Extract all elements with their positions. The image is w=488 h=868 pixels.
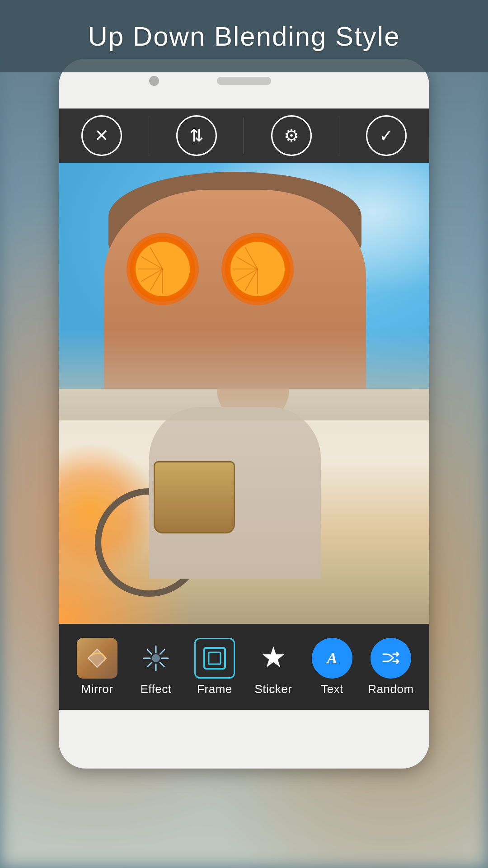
svg-line-5 <box>160 662 164 667</box>
bottom-toolbar: Mirror Effect <box>59 624 429 710</box>
header-title: Up Down Blending Style <box>88 21 400 52</box>
svg-text:A: A <box>326 650 338 666</box>
effect-label: Effect <box>140 682 171 696</box>
orange-left <box>127 233 199 305</box>
orange-inner-right <box>230 242 285 296</box>
segment-r1 <box>257 269 258 294</box>
text-icon-box: A <box>312 638 352 679</box>
sticker-icon-box <box>253 638 294 679</box>
phone-bottom-bezel <box>59 710 429 746</box>
divider-1 <box>149 118 149 154</box>
text-icon: A <box>318 644 346 672</box>
tool-text[interactable]: A Text <box>303 638 361 696</box>
segment-4 <box>138 269 163 269</box>
svg-marker-11 <box>263 646 284 667</box>
action-toolbar: ✕ ⇅ ⚙ ✓ <box>59 108 429 163</box>
photo-bottom <box>59 389 429 624</box>
basket <box>154 461 235 533</box>
swap-button[interactable]: ⇅ <box>176 115 217 156</box>
phone-speaker <box>217 77 271 85</box>
tool-random[interactable]: Random <box>361 638 420 696</box>
frame-icon-box <box>194 638 235 679</box>
orange-right <box>221 233 294 305</box>
segment-1 <box>162 269 163 294</box>
svg-line-7 <box>147 662 152 667</box>
svg-rect-9 <box>204 648 225 669</box>
blend-zone <box>59 330 429 420</box>
frame-label: Frame <box>197 682 232 696</box>
mirror-label: Mirror <box>81 682 113 696</box>
frame-icon <box>202 646 227 670</box>
mirror-icon <box>84 646 110 671</box>
sticker-label: Sticker <box>255 682 292 696</box>
segment-r4 <box>233 269 258 269</box>
phone-device: ✕ ⇅ ⚙ ✓ <box>59 59 429 769</box>
text-label: Text <box>321 682 343 696</box>
divider-2 <box>244 118 244 154</box>
sticker-icon <box>260 645 287 672</box>
effect-icon-box <box>136 638 176 679</box>
header: Up Down Blending Style <box>0 0 488 72</box>
random-label: Random <box>368 682 413 696</box>
divider-3 <box>339 118 339 154</box>
svg-line-4 <box>147 650 152 654</box>
checkmark-icon: ✓ <box>379 127 394 144</box>
orange-inner-left <box>136 242 190 296</box>
svg-rect-10 <box>209 652 221 664</box>
effect-icon <box>142 644 170 672</box>
tool-mirror[interactable]: Mirror <box>68 638 127 696</box>
close-button[interactable]: ✕ <box>81 115 122 156</box>
svg-line-6 <box>160 650 164 654</box>
photo-blend-area <box>59 163 429 624</box>
swap-icon: ⇅ <box>189 127 204 144</box>
random-icon <box>377 644 405 672</box>
tool-effect[interactable]: Effect <box>127 638 185 696</box>
phone-camera <box>149 76 159 86</box>
random-icon-box <box>371 638 411 679</box>
tool-sticker[interactable]: Sticker <box>244 638 303 696</box>
mirror-icon-box <box>77 638 117 679</box>
settings-button[interactable]: ⚙ <box>271 115 312 156</box>
confirm-button[interactable]: ✓ <box>366 115 407 156</box>
svg-point-8 <box>152 654 160 662</box>
tool-frame[interactable]: Frame <box>185 638 244 696</box>
svg-point-14 <box>377 645 404 672</box>
gear-icon: ⚙ <box>284 127 299 144</box>
close-icon: ✕ <box>94 127 109 144</box>
